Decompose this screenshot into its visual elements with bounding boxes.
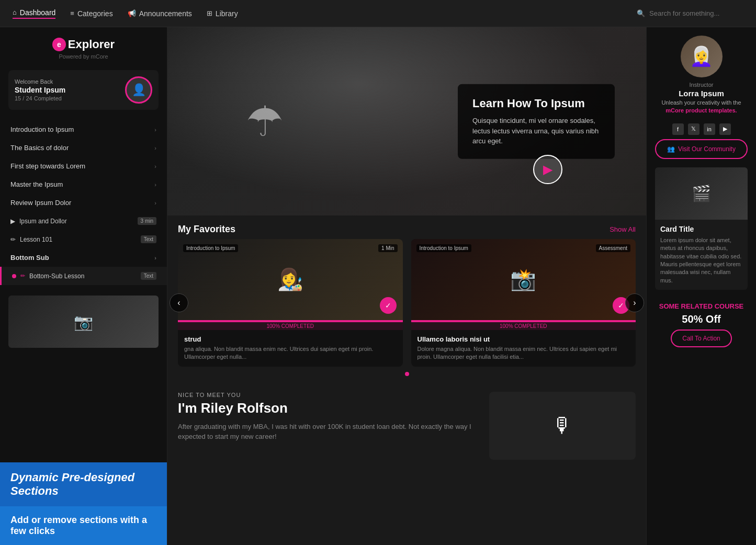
meet-section: NICE TO MEET YOU I'm Riley Rolfson After… xyxy=(167,381,646,470)
favorites-carousel: ‹ 👩‍🎨 Introduction to Ipsum 1 Min ✓ 100%… xyxy=(167,239,646,367)
related-card-body: Card Title Lorem ipsum dolor sit amet, m… xyxy=(655,220,748,290)
favorites-title: My Favorites xyxy=(178,224,235,235)
card-thumb-1: 👩‍🎨 Introduction to Ipsum 1 Min ✓ xyxy=(178,239,403,320)
avatar: 👤 xyxy=(125,76,152,104)
left-sidebar: e Explorer Powered by mCore Welcome Back… xyxy=(0,27,167,545)
instructor-bio-text: Unleash your creativity with the xyxy=(661,99,741,106)
course-card-1[interactable]: 👩‍🎨 Introduction to Ipsum 1 Min ✓ 100% C… xyxy=(178,239,403,367)
dot-1 xyxy=(405,372,409,376)
chevron-icon: › xyxy=(154,127,156,133)
nav-categories-label: Categories xyxy=(77,9,113,18)
library-icon: ⊞ xyxy=(207,9,212,17)
lesson-text-badge: Text xyxy=(141,235,156,243)
lesson-101[interactable]: ✏ Lesson 101 Text xyxy=(0,230,167,248)
community-button-label: Visit Our Community xyxy=(678,145,736,153)
edit-icon: ✏ xyxy=(10,236,16,243)
chevron-icon: › xyxy=(154,200,156,206)
nav-library-label: Library xyxy=(216,9,238,18)
main-content: ☂ Learn How To Ipsum Quisque tincidunt, … xyxy=(167,27,646,545)
related-card-title: Card Title xyxy=(660,225,742,233)
instructor-label: Instructor xyxy=(655,82,748,88)
youtube-icon[interactable]: ▶ xyxy=(719,123,731,135)
logo-name: Explorer xyxy=(68,38,115,51)
discount-label: 50% Off xyxy=(655,313,748,325)
dynamic-subtitle: Add or remove sections with a few clicks xyxy=(0,506,167,545)
card-duration-2: Assessment xyxy=(596,244,630,252)
lesson-ipsum-dollor[interactable]: ▶ Ipsum and Dollor 3 min xyxy=(0,212,167,230)
community-icon: 👥 xyxy=(667,145,675,153)
sidebar-thumbnail: 📷 xyxy=(8,296,159,348)
instructor-avatar: 👩‍🦳 xyxy=(681,36,723,77)
course-card-2[interactable]: 📸 Introduction to Ipsum Assessment ✓ 100… xyxy=(411,239,636,367)
welcome-info: Welcome Back Student Ipsum 15 / 24 Compl… xyxy=(15,78,65,101)
student-name: Student Ipsum xyxy=(15,86,65,94)
card-info-1: strud gna aliqua. Non blandit massa enim… xyxy=(178,330,403,367)
related-card-desc: Lorem ipsum dolor sit amet, metus at rho… xyxy=(660,236,742,285)
card-desc-2: Dolore magna aliqua. Non blandit massa e… xyxy=(418,345,630,361)
related-card-thumb: 🎬 xyxy=(655,167,748,220)
meet-eyebrow: NICE TO MEET YOU xyxy=(178,392,479,398)
card-title-2: Ullamco laboris nisi ut xyxy=(418,335,630,343)
sidebar-item-firststep-label: First step towards Lorem xyxy=(10,162,85,170)
community-button[interactable]: 👥 Visit Our Community xyxy=(655,139,748,159)
sidebar-active-lesson[interactable]: ✏ Bottom-Sub Lesson Text xyxy=(0,267,167,285)
card-info-2: Ullamco laboris nisi ut Dolore magna ali… xyxy=(411,330,636,367)
twitter-x-icon[interactable]: 𝕏 xyxy=(688,123,699,135)
sidebar-thumb-img: 📷 xyxy=(8,296,159,348)
umbrella-decor: ☂ xyxy=(246,97,284,146)
lesson-label: Lesson 101 xyxy=(20,236,52,243)
sidebar-item-review[interactable]: Review Ipsum Dolor › xyxy=(0,194,167,212)
carousel-prev-button[interactable]: ‹ xyxy=(170,293,188,312)
carousel-items: 👩‍🎨 Introduction to Ipsum 1 Min ✓ 100% C… xyxy=(178,239,636,367)
search-bar[interactable]: 🔍 xyxy=(637,9,743,17)
instructor-bio-brand: mCore product templates. xyxy=(665,107,737,113)
sidebar-item-firststep[interactable]: First step towards Lorem › xyxy=(0,157,167,175)
meet-image-decor: 🎙 xyxy=(552,414,573,437)
instructor-name: Lorra Ipsum xyxy=(655,89,748,98)
edit-icon: ✏ xyxy=(20,272,25,279)
completed-label-1: 100% COMPLETED xyxy=(178,322,403,330)
lesson-duration-badge: 3 min xyxy=(138,217,156,225)
bottom-sub-label: Bottom Sub xyxy=(10,254,49,262)
announcements-icon: 📢 xyxy=(128,9,136,17)
sidebar-bottom-sub[interactable]: Bottom Sub › xyxy=(0,248,167,267)
play-icon: ▶ xyxy=(543,162,552,177)
show-all-link[interactable]: Show All xyxy=(610,225,636,233)
nav-announcements[interactable]: 📢 Announcements xyxy=(128,9,192,18)
sidebar-logo: e Explorer Powered by mCore xyxy=(0,27,167,64)
search-input[interactable] xyxy=(649,9,743,17)
nav-categories[interactable]: ≡ Categories xyxy=(70,9,112,18)
sidebar-item-introduction[interactable]: Introduction to Ipsum › xyxy=(0,120,167,139)
nav-announcements-label: Announcements xyxy=(139,9,192,18)
hero-overlay: Learn How To Ipsum Quisque tincidunt, mi… xyxy=(458,84,615,159)
sidebar-menu: Introduction to Ipsum › The Basics of do… xyxy=(0,116,167,289)
carousel-next-button[interactable]: › xyxy=(625,293,644,312)
right-sidebar: 👩‍🦳 Instructor Lorra Ipsum Unleash your … xyxy=(646,27,756,545)
call-to-action-button[interactable]: Call To Action xyxy=(671,330,732,347)
sidebar-item-basics[interactable]: The Basics of dolor › xyxy=(0,139,167,157)
carousel-dots xyxy=(167,367,646,381)
search-icon: 🔍 xyxy=(637,9,645,17)
instructor-bio: Unleash your creativity with the mCore p… xyxy=(655,99,748,115)
sidebar-item-master[interactable]: Master the Ipsum › xyxy=(0,175,167,194)
meet-right-image: 🎙 xyxy=(489,392,636,460)
meet-description: After graduating with my MBA, I was hit … xyxy=(178,422,479,442)
lesson-label: Ipsum and Dollor xyxy=(19,218,67,225)
hero-bg: ☂ Learn How To Ipsum Quisque tincidunt, … xyxy=(167,27,646,215)
sidebar-item-review-label: Review Ipsum Dolor xyxy=(10,199,71,207)
facebook-icon[interactable]: f xyxy=(672,123,684,135)
lesson-left: ✏ Bottom-Sub Lesson xyxy=(12,272,84,280)
linkedin-icon[interactable]: in xyxy=(704,123,715,135)
play-icon: ▶ xyxy=(10,218,15,225)
active-lesson-label: Bottom-Sub Lesson xyxy=(29,272,84,280)
nav-dashboard[interactable]: ⌂ Dashboard xyxy=(13,8,55,19)
welcome-label: Welcome Back xyxy=(15,78,65,85)
nav-library[interactable]: ⊞ Library xyxy=(207,9,238,18)
main-layout: e Explorer Powered by mCore Welcome Back… xyxy=(0,27,756,545)
meet-title: I'm Riley Rolfson xyxy=(178,400,479,416)
social-icons: f 𝕏 in ▶ xyxy=(655,123,748,135)
active-indicator xyxy=(12,274,16,278)
card-title-1: strud xyxy=(184,335,397,343)
play-button[interactable]: ▶ xyxy=(533,155,562,184)
welcome-box: Welcome Back Student Ipsum 15 / 24 Compl… xyxy=(8,70,159,110)
